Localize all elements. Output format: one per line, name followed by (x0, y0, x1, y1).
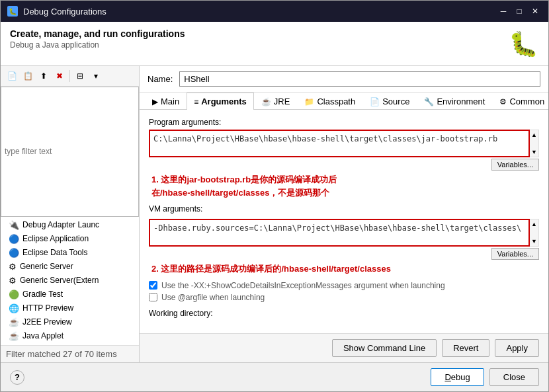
sidebar-item-generic-server[interactable]: ⚙ Generic Server (1, 260, 139, 274)
tab-main-label: Main (161, 97, 179, 106)
action-buttons: Show Command Line Revert Apply (140, 333, 548, 362)
new-config-button[interactable]: 📄 (5, 69, 19, 83)
collapse-all-button[interactable]: ⊟ (73, 69, 87, 83)
sidebar-item-label: Debug Adapter Launc (22, 220, 99, 229)
vm-args-section: ▲ ▼ Variables... (149, 219, 539, 247)
toolbar-separator (69, 70, 70, 82)
jre-tab-icon: ☕ (261, 97, 271, 106)
debug-button[interactable]: Debug (431, 368, 484, 386)
vm-args-textarea[interactable] (149, 219, 530, 247)
sidebar-item-label: Gradle Test (22, 290, 63, 299)
tab-common-label: Common (509, 97, 544, 106)
name-row: Name: (140, 66, 548, 93)
sidebar-item-label: Generic Server (20, 262, 73, 271)
sidebar-item-label: Java Applet (22, 331, 63, 340)
arguments-tab-content: Program arguments: ▲ ▼ Variables... 1 (140, 110, 548, 333)
program-args-textarea[interactable] (149, 130, 530, 157)
delete-button[interactable]: ✖ (52, 69, 67, 83)
minimize-button[interactable]: ─ (497, 5, 510, 18)
content-area: Name: ▶ Main ≡ Arguments ☕ JRE 📁 (140, 66, 548, 362)
header-text: Create, manage, and run configurations D… (10, 28, 501, 50)
sidebar-item-label: J2EE Preview (22, 317, 72, 327)
name-input[interactable] (179, 71, 540, 87)
vm-args-label: VM arguments: (149, 204, 539, 214)
source-tab-icon: 📄 (370, 97, 380, 106)
working-dir-label: Working directory: (149, 309, 539, 318)
annotation1-line2: 在/hbase-shell/target/classes，不是源码那个 (151, 186, 539, 200)
prog-scroll-down[interactable]: ▼ (531, 149, 537, 155)
title-bar-left: 🐛 Debug Configurations (7, 6, 106, 17)
program-variables-button[interactable]: Variables... (491, 159, 539, 171)
show-command-line-button[interactable]: Show Command Line (332, 339, 437, 357)
checkbox2-label: Use @argfile when launching (161, 293, 265, 302)
vm-scroll-up[interactable]: ▲ (531, 221, 537, 227)
sidebar-item-label: Generic Server(Extern (20, 276, 99, 285)
tab-arguments-label: Arguments (201, 97, 247, 106)
close-dialog-button[interactable]: Close (489, 368, 539, 386)
sidebar-footer: Filter matched 27 of 70 items (1, 345, 139, 362)
help-button[interactable]: ? (10, 370, 24, 385)
header-title: Create, manage, and run configurations (10, 28, 501, 39)
debug-adapter-icon: 🔌 (9, 220, 19, 230)
prog-scroll-up[interactable]: ▲ (531, 132, 537, 138)
export-button[interactable]: ⬆ (36, 69, 51, 83)
annotation2: 2. 这里的路径是源码成功编译后的/hbase-shell/target/cla… (151, 262, 539, 276)
checkbox2[interactable] (149, 293, 157, 301)
tab-environment[interactable]: 🔧 Environment (417, 93, 492, 110)
sidebar-item-label: HTTP Preview (22, 303, 73, 313)
main-area: 📄 📋 ⬆ ✖ ⊟ ▾ 🔌 Debug Adapter Launc 🔵 Ecli… (1, 66, 548, 362)
maximize-button[interactable]: □ (513, 5, 526, 18)
dialog-footer: ? Debug Close (1, 362, 548, 391)
sidebar: 📄 📋 ⬆ ✖ ⊟ ▾ 🔌 Debug Adapter Launc 🔵 Ecli… (1, 66, 140, 362)
sidebar-item-eclipse-app[interactable]: 🔵 Eclipse Application (1, 232, 139, 246)
sidebar-item-java-applet[interactable]: ☕ Java Applet (1, 329, 139, 343)
tab-main[interactable]: ▶ Main (145, 93, 187, 110)
tab-arguments[interactable]: ≡ Arguments (187, 93, 254, 110)
generic-server-icon: ⚙ (9, 262, 17, 272)
checkbox1-label: Use the -XX:+ShowCodeDetailsInExceptionM… (161, 281, 445, 290)
common-tab-icon: ⚙ (499, 97, 507, 106)
name-label: Name: (148, 74, 173, 84)
revert-button[interactable]: Revert (442, 339, 489, 357)
vm-scroll-down[interactable]: ▼ (531, 238, 537, 245)
header-right: Create, manage, and run configurations D… (10, 28, 539, 60)
tab-jre[interactable]: ☕ JRE (254, 93, 298, 110)
sidebar-item-j2ee[interactable]: ☕ J2EE Preview (1, 315, 139, 329)
header-subtitle: Debug a Java application (10, 40, 501, 50)
window-title: Debug Configurations (23, 7, 106, 17)
vm-variables-button[interactable]: Variables... (491, 248, 539, 260)
filter-button[interactable]: ▾ (89, 69, 103, 83)
apply-button[interactable]: Apply (495, 339, 539, 357)
filter-input[interactable] (1, 87, 139, 217)
java-applet-icon: ☕ (9, 331, 19, 341)
tab-classpath[interactable]: 📁 Classpath (297, 93, 362, 110)
sidebar-item-generic-server-ext[interactable]: ⚙ Generic Server(Extern (1, 274, 139, 288)
window-icon: 🐛 (7, 6, 18, 17)
sidebar-item-eclipse-data[interactable]: 🔵 Eclipse Data Tools (1, 246, 139, 260)
tab-classpath-label: Classpath (317, 97, 355, 106)
sidebar-item-http[interactable]: 🌐 HTTP Preview (1, 301, 139, 315)
eclipse-app-icon: 🔵 (9, 234, 19, 244)
tab-source[interactable]: 📄 Source (362, 93, 417, 110)
sidebar-toolbar: 📄 📋 ⬆ ✖ ⊟ ▾ (1, 66, 139, 87)
http-icon: 🌐 (9, 303, 19, 313)
gradle-icon: 🟢 (9, 290, 19, 299)
sidebar-tree: 🔌 Debug Adapter Launc 🔵 Eclipse Applicat… (1, 217, 139, 346)
duplicate-button[interactable]: 📋 (21, 69, 35, 83)
tab-source-label: Source (382, 97, 409, 106)
j2ee-icon: ☕ (9, 317, 19, 327)
close-window-button[interactable]: ✕ (528, 5, 542, 18)
program-args-section: ▲ ▼ Variables... (149, 130, 539, 157)
tabs-bar: ▶ Main ≡ Arguments ☕ JRE 📁 Classpath 📄 (140, 93, 548, 110)
sidebar-item-gradle[interactable]: 🟢 Gradle Test (1, 288, 139, 301)
sidebar-item-debug-adapter[interactable]: 🔌 Debug Adapter Launc (1, 218, 139, 232)
main-tab-icon: ▶ (152, 97, 158, 106)
sidebar-item-label: Eclipse Application (22, 234, 89, 243)
annotation1: 1. 这里的jar-bootstrap.rb是你的源码编译成功后 在/hbase… (151, 173, 539, 199)
window-controls: ─ □ ✕ (497, 5, 542, 18)
checkbox1-row: Use the -XX:+ShowCodeDetailsInExceptionM… (149, 281, 539, 290)
tab-environment-label: Environment (437, 97, 485, 106)
checkbox1[interactable] (149, 281, 157, 290)
tab-common[interactable]: ⚙ Common (492, 93, 548, 110)
classpath-tab-icon: 📁 (304, 97, 314, 106)
